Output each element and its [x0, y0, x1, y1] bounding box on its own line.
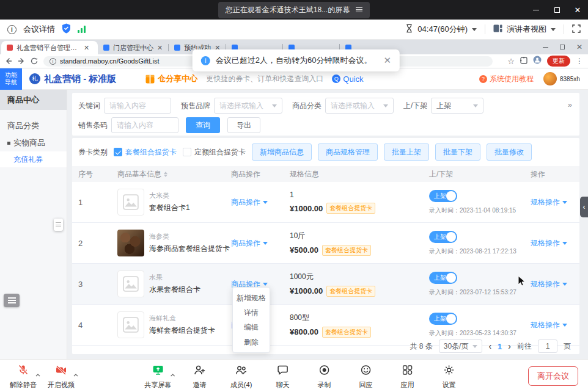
- collapse-filters-icon[interactable]: »: [568, 100, 572, 109]
- site-info-icon[interactable]: i: [50, 58, 56, 65]
- spec-action-dropdown[interactable]: 规格操作: [531, 279, 567, 289]
- current-page[interactable]: 1: [498, 342, 502, 351]
- leave-meeting-button[interactable]: 离开会议: [528, 366, 578, 386]
- timer-icon: [405, 24, 413, 35]
- browser-minimize-button[interactable]: [537, 40, 554, 54]
- floating-list-widget[interactable]: [4, 294, 20, 307]
- batch-offline-button[interactable]: 批量下架: [435, 143, 480, 161]
- right-panel-handle[interactable]: ‹: [580, 197, 588, 217]
- meeting-timer: 04:47(60分钟): [417, 24, 468, 35]
- menu-item-detail[interactable]: 详情: [233, 305, 270, 320]
- chevron-up-icon[interactable]: [35, 368, 40, 379]
- sidebar-item-categories[interactable]: 商品分类: [0, 117, 67, 134]
- keyword-input[interactable]: [104, 98, 171, 114]
- keyword-label: 关键词: [78, 101, 100, 111]
- network-signal-icon[interactable]: [78, 26, 86, 33]
- extension-puzzle-icon[interactable]: [520, 56, 527, 67]
- chevron-up-icon[interactable]: [171, 368, 175, 379]
- search-button[interactable]: 查询: [186, 117, 220, 133]
- menu-item-add-spec[interactable]: 新增规格: [233, 291, 270, 305]
- share-center-icon: [145, 74, 155, 84]
- chat-icon: [277, 364, 289, 379]
- brand-select[interactable]: 请选择或输入: [214, 98, 282, 114]
- sidebar-item-gift-vouchers[interactable]: 充值礼券: [0, 151, 67, 167]
- menu-item-delete[interactable]: 删除: [233, 335, 270, 349]
- members-button[interactable]: 成员(4): [228, 364, 255, 390]
- page-unit-label: 页: [564, 341, 571, 352]
- browser-close-button[interactable]: ✕: [571, 40, 588, 54]
- sidebar-item-physical-goods[interactable]: 实物商品: [0, 134, 67, 151]
- tab-close-icon[interactable]: ✕: [157, 45, 163, 51]
- spec-action-dropdown[interactable]: 规格操作: [531, 197, 567, 208]
- spec-manage-button[interactable]: 商品规格管理: [318, 143, 378, 161]
- menu-item-edit[interactable]: 编辑: [233, 320, 270, 335]
- apps-button[interactable]: 应用: [394, 364, 421, 390]
- security-shield-icon[interactable]: [62, 23, 71, 36]
- apps-grid-icon: [402, 364, 414, 379]
- back-icon[interactable]: [5, 57, 12, 65]
- meeting-details[interactable]: 会议详情: [23, 24, 55, 35]
- invite-button[interactable]: 邀请: [186, 364, 213, 390]
- profile-avatar-icon[interactable]: [533, 56, 542, 67]
- status-select[interactable]: 上架: [431, 98, 483, 114]
- spec-action-dropdown[interactable]: 规格操作: [531, 238, 567, 249]
- record-button[interactable]: 录制: [311, 364, 338, 390]
- page-size-select[interactable]: 30条/页: [439, 339, 483, 353]
- quick-link[interactable]: Q Quick: [332, 74, 363, 84]
- timer-dropdown-icon[interactable]: [472, 28, 477, 31]
- card-type-badge: 套餐组合提货卡: [322, 327, 371, 338]
- menu-icon[interactable]: [356, 7, 362, 13]
- chat-button[interactable]: 聊天: [270, 364, 296, 390]
- checkbox-combo-card[interactable]: 套餐组合提货卡: [114, 147, 177, 158]
- product-action-dropdown[interactable]: 商品操作: [231, 238, 268, 249]
- tab-gift-admin[interactable]: 礼盒营销平台管理中心 ✕: [1, 41, 98, 54]
- unmute-button[interactable]: 解除静音: [10, 364, 37, 390]
- close-button[interactable]: ✕: [567, 0, 588, 20]
- barcode-input[interactable]: [111, 117, 178, 133]
- reload-icon[interactable]: [31, 57, 38, 65]
- share-center-link[interactable]: 仓分享中心: [145, 73, 197, 84]
- tab-close-icon[interactable]: ✕: [84, 45, 89, 51]
- browser-maximize-button[interactable]: [554, 40, 571, 54]
- forward-icon[interactable]: [18, 57, 25, 65]
- watching-pill[interactable]: 您正在观看金禾通技术王斌18...的屏幕: [218, 2, 370, 18]
- product-action-dropdown[interactable]: 商品操作: [231, 197, 268, 208]
- view-mode-label[interactable]: 演讲者视图: [507, 24, 546, 35]
- view-dropdown-icon[interactable]: [551, 28, 556, 31]
- chevron-up-icon[interactable]: [73, 368, 78, 379]
- browser-menu-icon[interactable]: ⋮: [576, 57, 583, 65]
- category-select[interactable]: 请选择或输入: [325, 98, 394, 114]
- user-menu[interactable]: 8385xh: [543, 72, 582, 85]
- sort-icon[interactable]: [164, 172, 167, 177]
- close-icon[interactable]: ✕: [383, 55, 391, 66]
- fullscreen-icon[interactable]: [572, 24, 581, 35]
- status-toggle[interactable]: 上架: [429, 190, 457, 202]
- checkbox-fixed-card[interactable]: 定额组合提货卡: [183, 147, 246, 158]
- add-product-button[interactable]: 新增商品信息: [252, 143, 312, 161]
- bookmark-star-icon[interactable]: ☆: [507, 57, 515, 66]
- batch-online-button[interactable]: 批量上架: [384, 143, 429, 161]
- next-page-icon[interactable]: ›: [508, 341, 511, 351]
- browser-update-button[interactable]: 更新: [547, 56, 570, 67]
- export-button[interactable]: 导出: [227, 117, 260, 133]
- settings-button[interactable]: 设置: [436, 364, 463, 390]
- batch-edit-button[interactable]: 批量修改: [487, 143, 532, 161]
- card-type-badge: 套餐组合提货卡: [326, 286, 375, 297]
- drag-handle[interactable]: [54, 219, 63, 231]
- status-toggle[interactable]: 上架: [429, 231, 457, 243]
- prev-page-icon[interactable]: ‹: [488, 341, 491, 351]
- status-toggle[interactable]: 上架: [429, 313, 457, 325]
- start-video-button[interactable]: 开启视频: [48, 364, 75, 390]
- minimize-button[interactable]: [526, 0, 546, 20]
- goto-page-input[interactable]: [538, 339, 557, 353]
- status-toggle[interactable]: 上架: [429, 272, 457, 284]
- tab-store-admin[interactable]: 门店管理中心 ✕: [98, 41, 168, 54]
- reactions-button[interactable]: 回应: [353, 364, 380, 390]
- share-screen-button[interactable]: 共享屏幕: [145, 364, 172, 390]
- tutorial-link[interactable]: ? 系统使用教程: [479, 74, 534, 84]
- spec-action-dropdown[interactable]: 规格操作: [531, 320, 567, 330]
- share-screen-icon: [152, 364, 164, 379]
- maximize-button[interactable]: [546, 0, 567, 20]
- status-label: 上/下架: [403, 101, 427, 111]
- function-nav-tab[interactable]: 功能 导航: [0, 68, 22, 90]
